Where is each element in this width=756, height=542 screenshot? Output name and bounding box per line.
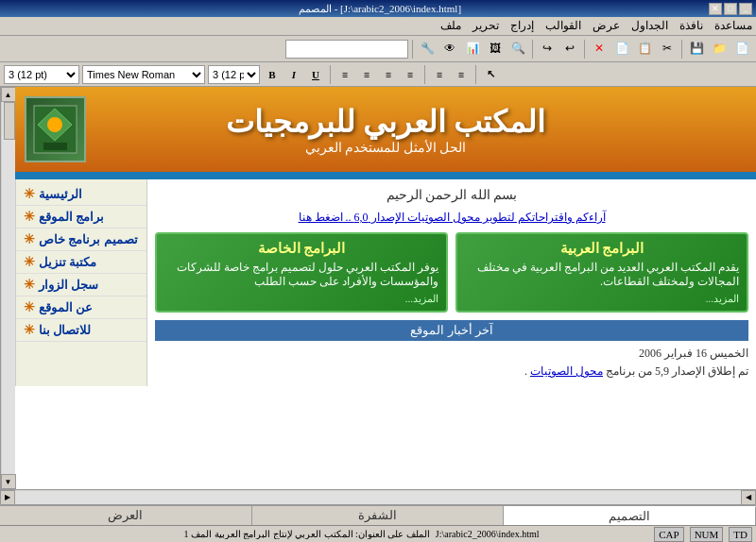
page-header: المكتب العربي للبرمجيات الحل الأمثل للمس… <box>15 87 756 172</box>
td-indicator: TD <box>729 527 752 542</box>
news-link[interactable]: محول الصوتيات <box>530 364 603 378</box>
scroll-thumb[interactable] <box>4 102 15 140</box>
nav-design-label: تصميم برنامج خاص <box>39 232 138 247</box>
nav-design[interactable]: تصميم برنامج خاص ✳ <box>16 229 146 251</box>
new-button[interactable]: 📄 <box>731 39 752 59</box>
menu-tables[interactable]: الجداول <box>631 19 668 33</box>
vertical-scrollbar[interactable]: ▲ ▼ <box>0 87 15 489</box>
nav-sidebar: الرئيسية ✳ برامج الموقع ✳ تصميم برنامج خ… <box>15 179 147 386</box>
tab-code[interactable]: الشفرة <box>252 506 505 525</box>
menu-help[interactable]: مساعدة <box>714 19 752 33</box>
nav-library[interactable]: مكتبة تنزيل ✳ <box>16 251 146 274</box>
unordered-list[interactable]: ≡ <box>430 65 449 84</box>
scroll-left-button[interactable]: ◀ <box>741 490 756 505</box>
scroll-right-button[interactable]: ▶ <box>0 490 15 505</box>
table-button[interactable]: 📊 <box>462 39 483 59</box>
nav-programs-label: برامج الموقع <box>39 210 104 225</box>
status-bar: TD NUM CAP J:\arabic2_2006\index.html ال… <box>0 525 756 542</box>
green-boxes: البرامج العربية يقدم المكتب العربي العدي… <box>155 232 748 313</box>
nav-library-label: مكتبة تنزيل <box>39 255 96 270</box>
box2-more[interactable]: المزيد... <box>164 293 438 305</box>
open-button[interactable]: 📁 <box>709 39 730 59</box>
nav-about-star: ✳ <box>24 299 35 315</box>
menu-view[interactable]: عرض <box>593 19 620 33</box>
separator-3 <box>532 40 533 59</box>
search-button[interactable]: 🔍 <box>507 39 528 59</box>
menu-insert[interactable]: إدراج <box>510 19 534 33</box>
box2-title: البرامج الخاصة <box>164 240 438 257</box>
redo-button[interactable]: ↪ <box>537 39 558 59</box>
format-toolbar: 3 (12 pt) Times New Roman 3 (12 pt) B I … <box>0 62 756 87</box>
window-controls[interactable]: _ □ ✕ <box>709 3 752 15</box>
font-select[interactable]: Times New Roman <box>82 65 205 84</box>
italic-button[interactable]: I <box>284 65 303 84</box>
close-button[interactable]: ✕ <box>709 3 722 15</box>
h-scroll-track[interactable] <box>15 491 741 504</box>
menu-file[interactable]: ملف <box>440 19 461 33</box>
nav-contact-label: للاتصال بنا <box>39 323 91 338</box>
nav-home[interactable]: الرئيسية ✳ <box>16 183 146 206</box>
preview-button[interactable]: 👁 <box>439 39 460 59</box>
news-text: تم إطلاق الإصدار 5,9 من برنامج <box>603 364 748 378</box>
settings-button[interactable]: 🔧 <box>417 39 438 59</box>
undo-button[interactable]: ↩ <box>559 39 580 59</box>
align-left[interactable]: ≡ <box>335 65 354 84</box>
image-button[interactable]: 🖼 <box>485 39 506 59</box>
menu-edit[interactable]: تحرير <box>472 19 499 33</box>
ordered-list[interactable]: ≡ <box>452 65 471 84</box>
cut-button[interactable]: ✂ <box>657 39 678 59</box>
nav-about[interactable]: عن الموقع ✳ <box>16 296 146 319</box>
blue-strip <box>15 172 756 179</box>
nav-visitors-star: ✳ <box>24 277 35 293</box>
align-center[interactable]: ≡ <box>357 65 376 84</box>
nav-contact[interactable]: للاتصال بنا ✳ <box>16 319 146 342</box>
fmt-separator-1 <box>330 65 331 84</box>
main-toolbar: 📄 📁 💾 ✂ 📋 📄 ✕ ↩ ↪ 🔍 🖼 📊 👁 🔧 <box>0 36 756 62</box>
delete-button[interactable]: ✕ <box>589 39 610 59</box>
copy-button[interactable]: 📋 <box>634 39 655 59</box>
main-body: بسم الله الرحمن الرحيم آراءكم واقتراحاتك… <box>147 179 756 386</box>
nav-visitors[interactable]: سجل الزوار ✳ <box>16 274 146 296</box>
status-info: الملف على العنوان: المكتب العربي لإنتاج … <box>4 529 430 539</box>
scroll-down-button[interactable]: ▼ <box>1 474 16 489</box>
svg-rect-3 <box>43 143 67 150</box>
paragraph-select[interactable]: 3 (12 pt) <box>4 65 79 84</box>
main-layout: المكتب العربي للبرمجيات الحل الأمثل للمس… <box>0 87 756 504</box>
nav-about-label: عن الموقع <box>39 300 93 315</box>
nav-home-star: ✳ <box>24 186 35 202</box>
site-logo <box>25 96 86 162</box>
align-justify[interactable]: ≡ <box>401 65 420 84</box>
scroll-up-button[interactable]: ▲ <box>1 87 16 102</box>
cap-indicator: CAP <box>654 527 683 542</box>
minimize-button[interactable]: _ <box>739 3 752 15</box>
nav-library-star: ✳ <box>24 254 35 270</box>
box1-title: البرامج العربية <box>465 240 739 257</box>
news-text-block: تم إطلاق الإصدار 5,9 من برنامج محول الصو… <box>155 364 748 379</box>
size-select[interactable]: 3 (12 pt) <box>208 65 260 84</box>
save-button[interactable]: 💾 <box>686 39 707 59</box>
scroll-track[interactable] <box>2 102 15 474</box>
bold-button[interactable]: B <box>263 65 282 84</box>
separator-2 <box>584 40 585 59</box>
nav-programs[interactable]: برامج الموقع ✳ <box>16 206 146 229</box>
svg-point-2 <box>47 117 62 132</box>
nav-home-label: الرئيسية <box>39 187 82 202</box>
menu-window[interactable]: نافذة <box>679 19 703 33</box>
page-content: المكتب العربي للبرمجيات الحل الأمثل للمس… <box>15 87 756 489</box>
box1-more[interactable]: المزيد... <box>465 293 739 305</box>
tab-design[interactable]: التصميم <box>504 506 756 525</box>
maximize-button[interactable]: □ <box>724 3 737 15</box>
underline-button[interactable]: U <box>306 65 325 84</box>
horizontal-scrollbar[interactable]: ◀ ▶ <box>0 489 756 504</box>
cursor-tool[interactable]: ↖ <box>481 65 500 84</box>
news-content: الخميس 16 فبراير 2006 تم إطلاق الإصدار 5… <box>155 347 748 379</box>
tab-preview[interactable]: العرض <box>0 506 252 525</box>
menu-templates[interactable]: القوالب <box>545 19 581 33</box>
suggestions-link[interactable]: آراءكم واقتراحاتكم لتطوير محول الصوتيات … <box>155 211 748 225</box>
address-input[interactable] <box>285 40 408 59</box>
site-title: المكتب العربي للبرمجيات <box>226 104 545 140</box>
status-path: J:\arabic2_2006\index.html <box>436 529 648 539</box>
paste-button[interactable]: 📄 <box>611 39 632 59</box>
align-right[interactable]: ≡ <box>379 65 398 84</box>
news-bar: آخر أخبار الموقع <box>155 320 748 341</box>
